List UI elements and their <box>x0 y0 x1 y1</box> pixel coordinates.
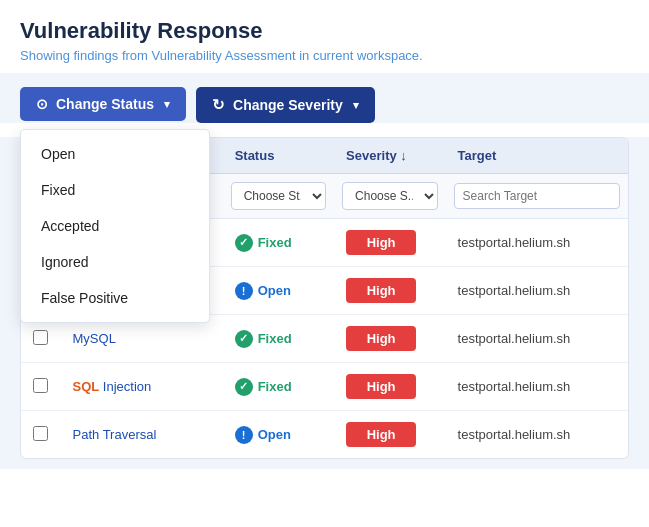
status-option-accepted[interactable]: Accepted <box>21 208 209 244</box>
change-severity-button[interactable]: ↻ Change Severity ▾ <box>196 87 375 123</box>
vuln-name-cell: Path Traversal <box>61 411 223 459</box>
row-checkbox-cell <box>21 411 61 459</box>
status-badge-fixed: ✓ Fixed <box>235 330 292 348</box>
refresh-icon: ↻ <box>212 96 225 114</box>
row-checkbox[interactable] <box>33 330 48 345</box>
status-option-fixed[interactable]: Fixed <box>21 172 209 208</box>
change-status-dropdown: ⊙ Change Status ▾ Open Fixed Accepted Ig… <box>20 87 186 123</box>
vuln-status-cell: ✓ Fixed <box>223 363 334 411</box>
severity-badge: High <box>346 278 416 303</box>
vuln-severity-cell: High <box>334 411 445 459</box>
vuln-severity-cell: High <box>334 219 445 267</box>
open-icon: ! <box>235 282 253 300</box>
highlight-text: SQL <box>73 379 100 394</box>
severity-badge: High <box>346 230 416 255</box>
row-checkbox[interactable] <box>33 426 48 441</box>
target-value: testportal.helium.sh <box>458 379 571 394</box>
table-row: Path Traversal ! Open High testportal.he… <box>21 411 628 459</box>
col-header-target: Target <box>446 138 628 174</box>
col-header-severity: Severity ↓ <box>334 138 445 174</box>
vuln-status-cell: ! Open <box>223 411 334 459</box>
target-value: testportal.helium.sh <box>458 331 571 346</box>
subtitle-link[interactable]: Vulnerability Assessment <box>152 48 296 63</box>
open-icon: ! <box>235 426 253 444</box>
fixed-icon: ✓ <box>235 234 253 252</box>
vuln-severity-cell: High <box>334 267 445 315</box>
chevron-down-icon: ▾ <box>353 99 359 112</box>
col-header-status: Status <box>223 138 334 174</box>
status-icon: ⊙ <box>36 96 48 112</box>
page-title: Vulnerability Response <box>20 18 629 44</box>
vuln-target-cell: testportal.helium.sh <box>446 411 628 459</box>
filter-severity-cell: Choose S... <box>334 174 445 219</box>
filter-status-cell: Choose St... <box>223 174 334 219</box>
change-severity-label: Change Severity <box>233 97 343 113</box>
filter-target-cell <box>446 174 628 219</box>
row-checkbox-cell <box>21 363 61 411</box>
vuln-target-cell: testportal.helium.sh <box>446 363 628 411</box>
severity-badge: High <box>346 374 416 399</box>
toolbar: ⊙ Change Status ▾ Open Fixed Accepted Ig… <box>0 73 649 123</box>
chevron-down-icon: ▾ <box>164 98 170 111</box>
page-header: Vulnerability Response Showing findings … <box>0 0 649 73</box>
target-value: testportal.helium.sh <box>458 283 571 298</box>
status-filter-select[interactable]: Choose St... <box>231 182 326 210</box>
status-option-ignored[interactable]: Ignored <box>21 244 209 280</box>
vuln-target-cell: testportal.helium.sh <box>446 315 628 363</box>
severity-filter-select[interactable]: Choose S... <box>342 182 437 210</box>
fixed-icon: ✓ <box>235 378 253 396</box>
target-value: testportal.helium.sh <box>458 235 571 250</box>
status-badge-open: ! Open <box>235 282 291 300</box>
vuln-name-cell: SQL Injection <box>61 363 223 411</box>
status-option-false-positive[interactable]: False Positive <box>21 280 209 316</box>
status-option-open[interactable]: Open <box>21 136 209 172</box>
status-badge-fixed: ✓ Fixed <box>235 234 292 252</box>
vuln-target-cell: testportal.helium.sh <box>446 267 628 315</box>
fixed-icon: ✓ <box>235 330 253 348</box>
table-row: SQL Injection ✓ Fixed High testportal.he… <box>21 363 628 411</box>
change-status-label: Change Status <box>56 96 154 112</box>
vuln-status-cell: ✓ Fixed <box>223 219 334 267</box>
severity-badge: High <box>346 422 416 447</box>
status-badge-open: ! Open <box>235 426 291 444</box>
page-subtitle: Showing findings from Vulnerability Asse… <box>20 48 629 63</box>
vuln-target-cell: testportal.helium.sh <box>446 219 628 267</box>
vuln-name: Path Traversal <box>73 427 157 442</box>
vuln-severity-cell: High <box>334 363 445 411</box>
vuln-severity-cell: High <box>334 315 445 363</box>
vuln-status-cell: ! Open <box>223 267 334 315</box>
vuln-name: SQL Injection <box>73 379 152 394</box>
status-badge-fixed: ✓ Fixed <box>235 378 292 396</box>
row-checkbox[interactable] <box>33 378 48 393</box>
severity-badge: High <box>346 326 416 351</box>
status-dropdown-menu: Open Fixed Accepted Ignored False Positi… <box>20 129 210 323</box>
vuln-status-cell: ✓ Fixed <box>223 315 334 363</box>
vuln-name: MySQL <box>73 331 116 346</box>
change-status-button[interactable]: ⊙ Change Status ▾ <box>20 87 186 121</box>
target-value: testportal.helium.sh <box>458 427 571 442</box>
target-filter-input[interactable] <box>454 183 620 209</box>
